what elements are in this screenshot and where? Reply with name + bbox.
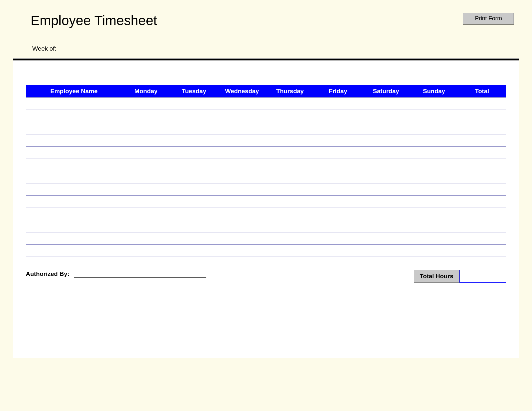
cell-input[interactable] xyxy=(122,245,170,257)
cell-input[interactable] xyxy=(266,122,314,134)
cell-input[interactable] xyxy=(122,196,170,208)
cell-input[interactable] xyxy=(218,232,266,244)
cell-input[interactable] xyxy=(362,208,410,220)
cell-input[interactable] xyxy=(218,122,266,134)
cell-input[interactable] xyxy=(458,98,506,110)
cell-input[interactable] xyxy=(122,98,170,110)
cell-input[interactable] xyxy=(218,171,266,183)
cell-input[interactable] xyxy=(170,208,218,220)
cell-input[interactable] xyxy=(26,245,122,257)
cell-input[interactable] xyxy=(458,110,506,122)
cell-input[interactable] xyxy=(458,196,506,208)
cell-input[interactable] xyxy=(266,134,314,146)
cell-input[interactable] xyxy=(170,147,218,159)
cell-input[interactable] xyxy=(458,171,506,183)
cell-input[interactable] xyxy=(410,232,458,244)
cell-input[interactable] xyxy=(218,245,266,257)
cell-input[interactable] xyxy=(26,220,122,232)
cell-input[interactable] xyxy=(362,122,410,134)
cell-input[interactable] xyxy=(314,110,362,122)
cell-input[interactable] xyxy=(266,196,314,208)
cell-input[interactable] xyxy=(314,122,362,134)
authorized-by-input[interactable] xyxy=(74,270,206,278)
cell-input[interactable] xyxy=(410,208,458,220)
cell-input[interactable] xyxy=(122,122,170,134)
cell-input[interactable] xyxy=(218,134,266,146)
cell-input[interactable] xyxy=(170,134,218,146)
cell-input[interactable] xyxy=(122,183,170,195)
cell-input[interactable] xyxy=(314,98,362,110)
cell-input[interactable] xyxy=(26,171,122,183)
cell-input[interactable] xyxy=(410,220,458,232)
cell-input[interactable] xyxy=(218,98,266,110)
cell-input[interactable] xyxy=(362,134,410,146)
cell-input[interactable] xyxy=(458,147,506,159)
cell-input[interactable] xyxy=(122,220,170,232)
cell-input[interactable] xyxy=(410,110,458,122)
cell-input[interactable] xyxy=(266,220,314,232)
cell-input[interactable] xyxy=(362,98,410,110)
cell-input[interactable] xyxy=(122,134,170,146)
cell-input[interactable] xyxy=(26,232,122,244)
cell-input[interactable] xyxy=(170,196,218,208)
cell-input[interactable] xyxy=(314,196,362,208)
cell-input[interactable] xyxy=(266,245,314,257)
cell-input[interactable] xyxy=(458,183,506,195)
cell-input[interactable] xyxy=(26,98,122,110)
cell-input[interactable] xyxy=(266,171,314,183)
cell-input[interactable] xyxy=(362,220,410,232)
cell-input[interactable] xyxy=(218,220,266,232)
cell-input[interactable] xyxy=(410,171,458,183)
cell-input[interactable] xyxy=(410,134,458,146)
cell-input[interactable] xyxy=(458,220,506,232)
cell-input[interactable] xyxy=(170,159,218,171)
cell-input[interactable] xyxy=(26,196,122,208)
cell-input[interactable] xyxy=(26,183,122,195)
cell-input[interactable] xyxy=(26,122,122,134)
cell-input[interactable] xyxy=(122,147,170,159)
cell-input[interactable] xyxy=(26,159,122,171)
print-form-button[interactable]: Print Form xyxy=(463,13,514,24)
cell-input[interactable] xyxy=(362,196,410,208)
cell-input[interactable] xyxy=(170,122,218,134)
week-of-input[interactable] xyxy=(60,44,172,52)
cell-input[interactable] xyxy=(458,134,506,146)
cell-input[interactable] xyxy=(170,245,218,257)
cell-input[interactable] xyxy=(122,171,170,183)
cell-input[interactable] xyxy=(218,208,266,220)
cell-input[interactable] xyxy=(314,171,362,183)
cell-input[interactable] xyxy=(266,98,314,110)
cell-input[interactable] xyxy=(410,159,458,171)
cell-input[interactable] xyxy=(362,159,410,171)
cell-input[interactable] xyxy=(122,232,170,244)
cell-input[interactable] xyxy=(266,232,314,244)
cell-input[interactable] xyxy=(266,208,314,220)
cell-input[interactable] xyxy=(458,122,506,134)
cell-input[interactable] xyxy=(314,147,362,159)
cell-input[interactable] xyxy=(410,183,458,195)
cell-input[interactable] xyxy=(170,232,218,244)
cell-input[interactable] xyxy=(458,159,506,171)
cell-input[interactable] xyxy=(218,159,266,171)
cell-input[interactable] xyxy=(362,232,410,244)
cell-input[interactable] xyxy=(362,245,410,257)
cell-input[interactable] xyxy=(314,245,362,257)
cell-input[interactable] xyxy=(170,220,218,232)
cell-input[interactable] xyxy=(26,110,122,122)
cell-input[interactable] xyxy=(362,171,410,183)
cell-input[interactable] xyxy=(314,159,362,171)
cell-input[interactable] xyxy=(266,183,314,195)
cell-input[interactable] xyxy=(170,110,218,122)
cell-input[interactable] xyxy=(458,208,506,220)
cell-input[interactable] xyxy=(122,159,170,171)
cell-input[interactable] xyxy=(314,134,362,146)
cell-input[interactable] xyxy=(26,208,122,220)
cell-input[interactable] xyxy=(410,245,458,257)
total-hours-input[interactable] xyxy=(460,270,506,282)
cell-input[interactable] xyxy=(122,208,170,220)
cell-input[interactable] xyxy=(458,245,506,257)
cell-input[interactable] xyxy=(26,134,122,146)
cell-input[interactable] xyxy=(266,159,314,171)
cell-input[interactable] xyxy=(314,220,362,232)
cell-input[interactable] xyxy=(410,196,458,208)
